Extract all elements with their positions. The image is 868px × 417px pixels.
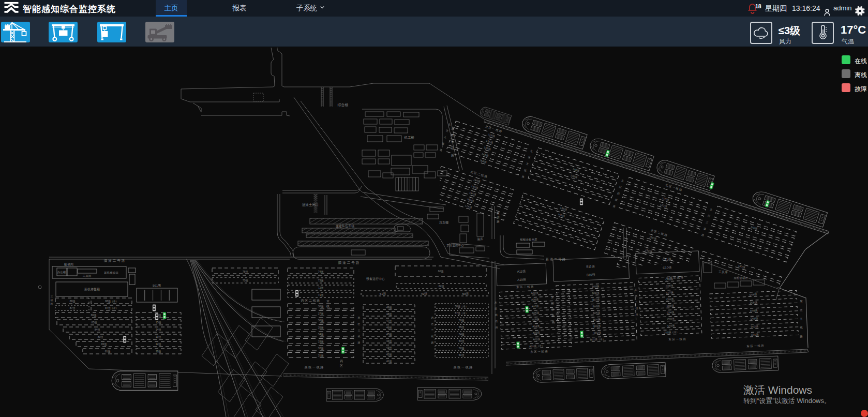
svg-text:区: 区 <box>340 364 343 367</box>
svg-text:56强: 56强 <box>459 319 465 322</box>
svg-text:A05强: A05强 <box>532 318 539 322</box>
svg-text:47强: 47强 <box>386 319 392 323</box>
svg-text:设备运行中心: 设备运行中心 <box>366 277 385 281</box>
svg-text:32强: 32强 <box>318 347 324 350</box>
svg-text:区: 区 <box>800 308 803 311</box>
svg-text:线: 线 <box>441 142 445 145</box>
svg-text:原船提箱区: 原船提箱区 <box>734 276 748 280</box>
svg-text:三: 三 <box>551 308 554 311</box>
svg-text:机工楼: 机工楼 <box>404 136 414 139</box>
svg-text:二: 二 <box>431 329 434 332</box>
svg-text:区: 区 <box>495 307 497 310</box>
svg-text:线: 线 <box>635 307 638 310</box>
svg-text:45强: 45强 <box>386 333 392 336</box>
svg-text:线: 线 <box>615 198 618 202</box>
svg-text:洗车棚: 洗车棚 <box>439 220 448 225</box>
svg-text:线: 线 <box>703 227 707 230</box>
svg-text:A03强: A03强 <box>532 331 540 335</box>
svg-text:33强: 33强 <box>318 340 324 344</box>
svg-text:北: 北 <box>447 123 451 127</box>
svg-text:路: 路 <box>521 175 525 178</box>
svg-text:东: 东 <box>635 288 637 291</box>
svg-text:区: 区 <box>528 156 531 159</box>
svg-text:新机修提箱: 新机修提箱 <box>104 271 118 275</box>
svg-text:D01强: D01强 <box>751 333 758 337</box>
svg-text:路: 路 <box>800 335 803 338</box>
svg-text:82强: 82强 <box>101 342 107 346</box>
svg-text:东: 东 <box>495 301 497 304</box>
svg-text:88强（冷）: 88强（冷） <box>105 300 118 303</box>
svg-text:线: 线 <box>495 320 498 323</box>
svg-text:B08强: B08强 <box>592 291 599 295</box>
svg-text:15强: 15强 <box>156 321 161 324</box>
svg-text:B05强: B05强 <box>593 311 600 315</box>
svg-text:四: 四 <box>340 360 343 363</box>
svg-text:西: 西 <box>358 316 361 320</box>
svg-text:综合楼: 综合楼 <box>338 103 349 107</box>
svg-text:16C强: 16C强 <box>649 271 657 277</box>
svg-text:18: 18 <box>755 3 761 9</box>
svg-text:35强: 35强 <box>318 326 324 330</box>
svg-text:C10强: C10强 <box>663 266 671 270</box>
svg-text:路: 路 <box>552 320 555 323</box>
svg-text:三: 三 <box>358 329 361 332</box>
svg-text:D04强: D04强 <box>750 309 757 313</box>
svg-text:86强: 86强 <box>91 314 97 317</box>
svg-text:工具间: 工具间 <box>83 274 92 278</box>
svg-text:B09强: B09强 <box>592 285 599 289</box>
svg-text:东 区 一 线 路: 东 区 一 线 路 <box>668 337 686 341</box>
svg-text:72强: 72强 <box>318 286 324 290</box>
svg-text:74强: 74强 <box>318 270 324 274</box>
svg-text:北 区 一 线 路: 北 区 一 线 路 <box>664 183 683 192</box>
svg-text:87强: 87强 <box>70 306 76 310</box>
svg-text:八: 八 <box>443 135 447 139</box>
svg-text:进港主闸口: 进港主闸口 <box>302 203 319 207</box>
svg-text:81强: 81强 <box>105 350 111 353</box>
svg-text:线: 线 <box>51 299 53 302</box>
svg-text:线: 线 <box>358 335 361 338</box>
svg-text:61强: 61强 <box>380 292 386 296</box>
svg-text:援建队伍车场: 援建队伍车场 <box>336 224 354 228</box>
svg-text:C01强（冷）: C01强（冷） <box>664 330 679 334</box>
svg-text:C05强: C05强 <box>666 304 674 308</box>
svg-text:B03强: B03强 <box>593 324 601 329</box>
svg-text:线: 线 <box>523 168 527 172</box>
svg-text:路: 路 <box>612 204 616 208</box>
svg-text:88强: 88强 <box>70 300 76 303</box>
svg-text:62强: 62强 <box>439 285 444 288</box>
svg-text:71强: 71强 <box>318 293 324 297</box>
svg-text:11D强: 11D强 <box>750 225 758 231</box>
svg-text:76强: 76强 <box>243 270 248 274</box>
svg-text:48强: 48强 <box>386 312 392 316</box>
svg-text:西: 西 <box>431 316 434 320</box>
svg-text:路: 路 <box>439 148 443 152</box>
svg-text:12强: 12强 <box>156 342 161 346</box>
svg-text:线: 线 <box>326 305 330 308</box>
svg-text:84强: 84强 <box>95 328 100 332</box>
svg-text:路: 路 <box>51 302 53 305</box>
svg-text:北: 北 <box>621 179 624 183</box>
svg-text:工具库: 工具库 <box>719 270 728 274</box>
svg-text:区: 区 <box>635 294 637 297</box>
svg-text:旧港二号路: 旧港二号路 <box>104 259 126 263</box>
svg-text:西 区 二 线 路: 西 区 二 线 路 <box>301 299 320 303</box>
svg-text:C02强: C02强 <box>667 324 675 328</box>
svg-text:46强: 46强 <box>386 326 392 330</box>
svg-text:路: 路 <box>636 313 638 316</box>
svg-text:线: 线 <box>800 326 803 329</box>
svg-text:东: 东 <box>799 300 803 303</box>
svg-text:83强: 83强 <box>98 335 103 339</box>
svg-text:路: 路 <box>431 341 434 344</box>
svg-text:60强: 60强 <box>438 270 444 273</box>
svg-text:办公楼: 办公楼 <box>57 271 66 274</box>
svg-text:B06强: B06强 <box>593 305 600 309</box>
svg-text:D03强: D03强 <box>751 317 758 321</box>
svg-text:58强（冷）: 58强（冷） <box>455 305 468 308</box>
svg-text:东 区 一 线 路: 东 区 一 线 路 <box>746 344 764 348</box>
svg-text:线: 线 <box>451 147 454 150</box>
svg-text:36强: 36强 <box>318 319 324 322</box>
svg-text:A06强: A06强 <box>532 311 539 315</box>
svg-text:船舶设备用房: 船舶设备用房 <box>520 238 538 242</box>
svg-text:东 区 一 线 路: 东 区 一 线 路 <box>530 350 548 353</box>
svg-text:安全监控中心: 安全监控中心 <box>447 244 465 247</box>
